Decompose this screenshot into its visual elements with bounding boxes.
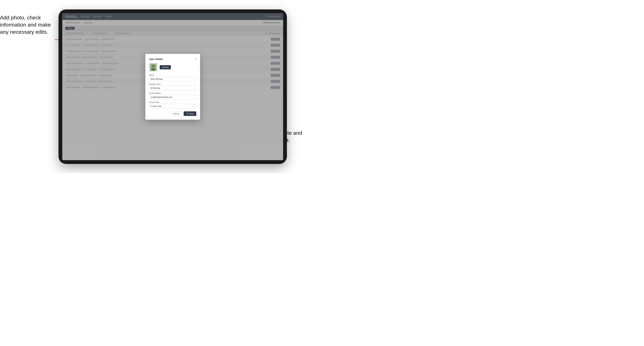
- user-details-dialog: User details × Upload: [145, 54, 200, 120]
- photo-area: Upload: [149, 63, 196, 71]
- save-icon: ⬆: [186, 112, 188, 115]
- photo-thumbnail: [149, 63, 158, 71]
- annotation-left: Add photo, check information and make an…: [0, 14, 55, 35]
- dialog-overlay: User details × Upload: [62, 13, 283, 160]
- dialog-close-button[interactable]: ×: [195, 58, 196, 60]
- tablet-frame: › Active: [58, 9, 287, 164]
- save-button[interactable]: ⬆ Save: [184, 111, 196, 116]
- email-input[interactable]: [149, 95, 196, 99]
- name-label: Name: [149, 74, 196, 76]
- dialog-title: User details: [149, 58, 163, 60]
- dialog-footer: Cancel ⬆ Save: [149, 111, 196, 116]
- school-year-clear-button[interactable]: ×: [192, 105, 193, 107]
- display-name-field-group: Display name: [149, 83, 196, 90]
- svg-point-3: [152, 65, 154, 67]
- dialog-header: User details ×: [149, 58, 196, 60]
- school-year-input[interactable]: [149, 104, 196, 108]
- school-year-dropdown-button[interactable]: ⌃⌄: [194, 104, 195, 108]
- school-year-label: School Year: [149, 101, 196, 103]
- upload-button[interactable]: Upload: [160, 65, 171, 69]
- name-input[interactable]: [149, 77, 196, 81]
- save-label: Save: [189, 113, 194, 115]
- display-name-label: Display name: [149, 83, 196, 85]
- school-year-wrapper: × ⌃⌄: [149, 104, 196, 108]
- name-field-group: Name: [149, 74, 196, 81]
- email-field-group: Email address: [149, 92, 196, 99]
- tablet-screen: › Active: [62, 13, 283, 160]
- display-name-input[interactable]: [149, 86, 196, 90]
- cancel-button[interactable]: Cancel: [170, 111, 182, 116]
- school-year-field-group: School Year × ⌃⌄: [149, 101, 196, 108]
- email-label: Email address: [149, 92, 196, 94]
